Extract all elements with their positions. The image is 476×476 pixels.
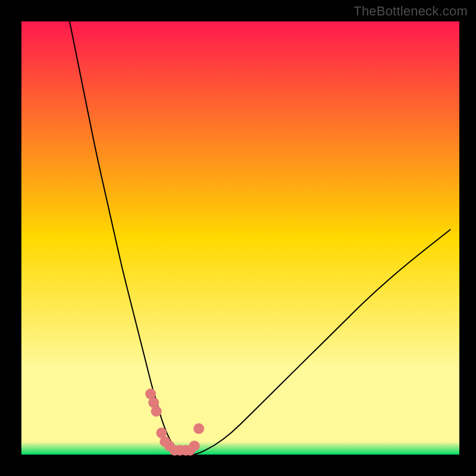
highlight-point: [193, 423, 204, 434]
plot-area: [21, 21, 459, 455]
bottleneck-chart: TheBottleneck.com: [0, 0, 476, 476]
chart-svg: [0, 0, 476, 476]
highlight-point: [189, 440, 200, 451]
highlight-point: [151, 406, 162, 416]
